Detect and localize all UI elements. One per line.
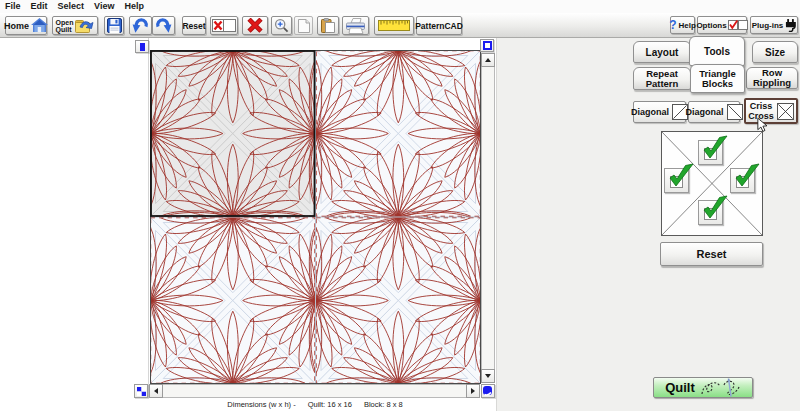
options-button-label: Options (696, 21, 726, 30)
menu-view[interactable]: View (94, 0, 114, 13)
menu-help[interactable]: Help (124, 0, 144, 13)
dimensions-label: Dimensions (w x h) - (227, 400, 295, 409)
redo-icon (155, 18, 172, 33)
ruler-button[interactable] (374, 16, 414, 35)
mouse-cursor (757, 117, 768, 133)
open-quilt-button[interactable]: Open Quilt (52, 16, 98, 35)
delete-button[interactable] (242, 16, 268, 35)
quilt-preview[interactable] (150, 50, 481, 384)
quilt-size-value: Quilt: 16 x 16 (308, 400, 352, 409)
left-arrow-icon (154, 388, 158, 394)
quilt-corner-handle-bottom-left[interactable] (134, 384, 148, 398)
undo-icon (132, 18, 149, 33)
quilt-corner-handle-top-right[interactable] (480, 39, 494, 52)
tab-tools-label: Tools (704, 46, 730, 57)
help-button[interactable]: ? Help (670, 16, 695, 34)
criss-cross-button[interactable]: Criss Cross (744, 98, 798, 124)
undo-button[interactable] (129, 16, 152, 35)
home-button[interactable]: Home (5, 16, 47, 35)
up-arrow-icon (485, 58, 491, 62)
menu-file[interactable]: File (5, 0, 21, 13)
open-quilt-label-line1: Open (56, 19, 74, 26)
tab-layout-label: Layout (646, 47, 679, 58)
home-icon (31, 18, 48, 33)
check-icon (700, 193, 728, 221)
delete-block-button[interactable] (210, 16, 238, 35)
tab-triangle-blocks[interactable]: Triangle Blocks (690, 64, 745, 93)
criss-cross-icon (777, 103, 794, 120)
vertical-scrollbar[interactable] (481, 53, 495, 383)
zoom-icon (274, 18, 289, 33)
corner-checkbox-bottom[interactable] (698, 200, 723, 225)
reset-button-label: Reset (182, 21, 205, 31)
quilt-corner-handle-bottom-right[interactable] (481, 384, 495, 398)
scroll-right-button[interactable] (466, 384, 480, 398)
corner-checkbox-left[interactable] (664, 168, 689, 193)
ruler-icon (378, 20, 410, 31)
quilt-button-label: Quilt (665, 380, 695, 395)
menu-bar: File Edit Select View Help (0, 0, 800, 13)
print-button[interactable] (342, 16, 369, 35)
patterncad-button-label: PatternCAD (415, 21, 463, 31)
options-checkboxes-icon (728, 20, 748, 30)
tab-repeat-pattern[interactable]: Repeat Pattern (633, 67, 691, 90)
open-quilt-label: Open Quilt (56, 19, 74, 33)
needle-thread-icon (701, 378, 741, 397)
plugins-button[interactable]: Plug-ins (750, 16, 798, 34)
dimensions-status: Dimensions (w x h) -Quilt: 16 x 16Block:… (149, 400, 481, 409)
scroll-up-button[interactable] (481, 53, 495, 67)
corner-checkbox-right[interactable] (730, 168, 755, 193)
criss-cross-label-line1: Criss (750, 101, 773, 111)
diagonal-down-icon (727, 104, 743, 120)
redo-button[interactable] (152, 16, 175, 35)
right-arrow-icon (471, 388, 475, 394)
save-button[interactable] (104, 16, 124, 35)
tab-row-rippling[interactable]: Row Rippling (746, 67, 798, 89)
save-icon (107, 18, 122, 33)
print-icon (345, 18, 366, 34)
tab-size[interactable]: Size (752, 41, 798, 63)
delete-block-icon (212, 19, 236, 32)
panel-reset-button[interactable]: Reset (660, 242, 763, 266)
quilt-corner-handle-top-left[interactable] (135, 40, 149, 53)
reset-button[interactable]: Reset (182, 16, 206, 35)
block-size-value: Block: 8 x 8 (364, 400, 403, 409)
question-mark-icon: ? (669, 18, 676, 32)
paste-icon (321, 18, 335, 33)
down-arrow-icon (485, 374, 491, 378)
corner-checkbox-top[interactable] (698, 140, 723, 165)
panel-reset-label: Reset (697, 248, 727, 260)
handle-mark-bottom-left (137, 387, 146, 396)
horizontal-scrollbar[interactable] (149, 384, 480, 398)
handle-mark-bottom-right (483, 386, 493, 396)
zoom-button[interactable] (271, 16, 292, 35)
options-button[interactable]: Options (697, 16, 747, 34)
tab-tools[interactable]: Tools (689, 36, 745, 66)
diagonal-down-button[interactable]: Diagonal (688, 101, 740, 123)
tab-size-label: Size (765, 47, 785, 58)
quilt-button[interactable]: Quilt (653, 377, 753, 398)
scroll-left-button[interactable] (149, 384, 163, 398)
tab-layout[interactable]: Layout (633, 41, 691, 63)
paste-button[interactable] (317, 16, 339, 35)
menu-select[interactable]: Select (58, 0, 85, 13)
tab-repeat-pattern-label-line1: Repeat (646, 69, 678, 79)
new-page-icon (298, 19, 310, 33)
patterncad-button[interactable]: PatternCAD (416, 16, 462, 35)
handle-mark-top-left (140, 43, 145, 51)
open-folder-icon (75, 18, 94, 33)
tab-triangle-blocks-label-line2: Blocks (702, 79, 733, 89)
check-icon (666, 161, 694, 189)
diagonal-down-label: Diagonal (686, 107, 724, 117)
handle-mark-top-right (483, 41, 492, 50)
diagonal-up-button[interactable]: Diagonal (633, 101, 686, 123)
tab-repeat-pattern-label-line2: Pattern (646, 79, 679, 89)
tab-triangle-blocks-label-line1: Triangle (699, 69, 735, 79)
check-icon (732, 161, 760, 189)
menu-edit[interactable]: Edit (31, 0, 48, 13)
tab-row-rippling-label-line2: Rippling (753, 78, 791, 88)
new-page-button[interactable] (294, 16, 313, 35)
scroll-down-button[interactable] (481, 369, 495, 383)
canvas-left-edge (148, 38, 149, 398)
diagonal-up-label: Diagonal (631, 107, 669, 117)
